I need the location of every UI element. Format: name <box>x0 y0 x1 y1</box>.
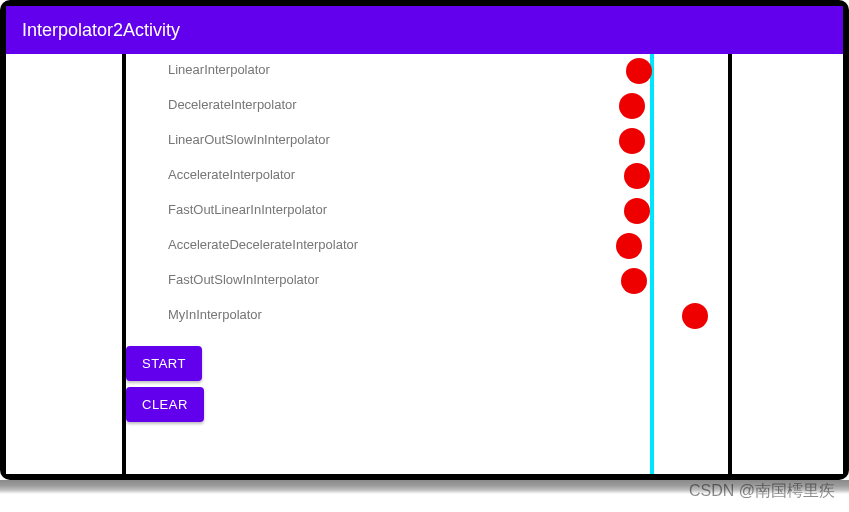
interpolator-row: AccelerateInterpolator <box>126 159 728 194</box>
interpolator-row: FastOutLinearInInterpolator <box>126 194 728 229</box>
ball-icon <box>626 58 652 84</box>
clear-button[interactable]: CLEAR <box>126 387 204 422</box>
interpolator-label: LinearInterpolator <box>168 62 270 77</box>
interpolator-label: FastOutSlowInInterpolator <box>168 272 319 287</box>
watermark: CSDN @南国樗里疾 <box>689 481 835 502</box>
interpolator-label: AccelerateDecelerateInterpolator <box>168 237 358 252</box>
ball-icon <box>619 128 645 154</box>
interpolator-panel: LinearInterpolatorDecelerateInterpolator… <box>122 54 732 474</box>
screen: Interpolator2Activity LinearInterpolator… <box>6 6 843 474</box>
app-bar-title: Interpolator2Activity <box>22 20 180 41</box>
interpolator-row: DecelerateInterpolator <box>126 89 728 124</box>
ball-icon <box>621 268 647 294</box>
interpolator-label: MyInInterpolator <box>168 307 262 322</box>
start-button[interactable]: START <box>126 346 202 381</box>
app-bar: Interpolator2Activity <box>6 6 843 54</box>
interpolator-row: LinearInterpolator <box>126 54 728 89</box>
interpolator-label: AccelerateInterpolator <box>168 167 295 182</box>
ball-icon <box>616 233 642 259</box>
ball-icon <box>624 198 650 224</box>
interpolator-row: MyInInterpolator <box>126 299 728 334</box>
device-frame: Interpolator2Activity LinearInterpolator… <box>0 0 849 480</box>
interpolator-label: LinearOutSlowInInterpolator <box>168 132 330 147</box>
interpolator-label: FastOutLinearInInterpolator <box>168 202 327 217</box>
button-group: START CLEAR <box>122 342 208 426</box>
ball-icon <box>619 93 645 119</box>
rows-container: LinearInterpolatorDecelerateInterpolator… <box>126 54 728 334</box>
interpolator-row: LinearOutSlowInInterpolator <box>126 124 728 159</box>
interpolator-label: DecelerateInterpolator <box>168 97 297 112</box>
interpolator-row: FastOutSlowInInterpolator <box>126 264 728 299</box>
ball-icon <box>682 303 708 329</box>
interpolator-row: AccelerateDecelerateInterpolator <box>126 229 728 264</box>
content-area: LinearInterpolatorDecelerateInterpolator… <box>6 54 843 474</box>
ball-icon <box>624 163 650 189</box>
